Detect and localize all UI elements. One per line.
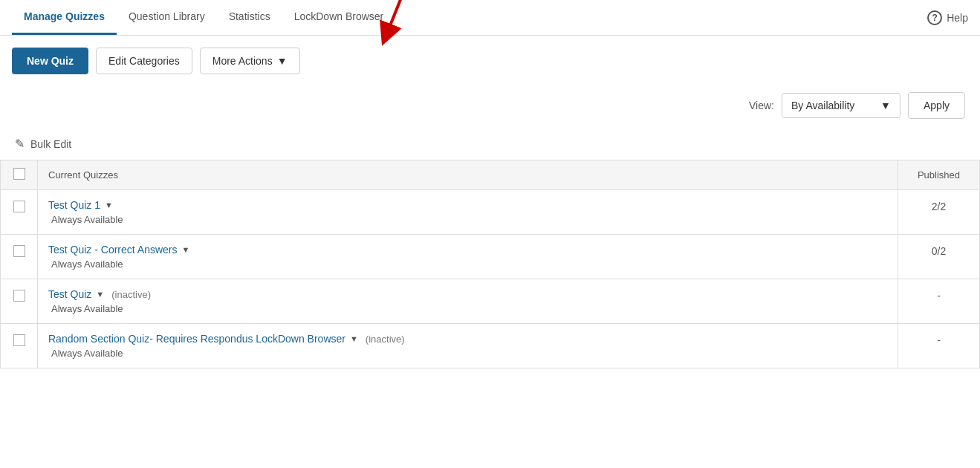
row-2-quiz-link[interactable]: Test Quiz - Correct Answers [48, 244, 178, 256]
row-4-inactive-label: (inactive) [366, 334, 405, 345]
more-actions-label: More Actions [212, 55, 273, 67]
table-row: Test Quiz ▼ (inactive) Always Available … [1, 279, 980, 324]
table-header-check [1, 160, 38, 190]
row-1-published: 2/2 [898, 190, 980, 235]
row-2-check-cell [1, 235, 38, 279]
tab-manage-quizzes[interactable]: Manage Quizzes [12, 0, 117, 35]
tab-lockdown-browser[interactable]: LockDown Browser [282, 0, 396, 35]
edit-categories-button[interactable]: Edit Categories [96, 48, 192, 74]
table-row: Test Quiz - Correct Answers ▼ Always Ava… [1, 235, 980, 279]
table-header-current-quizzes: Current Quizzes [38, 160, 898, 190]
row-4-content-cell: Random Section Quiz- Requires Respondus … [38, 324, 898, 368]
row-3-checkbox[interactable] [13, 290, 25, 302]
row-2-title-area: Test Quiz - Correct Answers ▼ [48, 244, 887, 256]
row-4-published: - [898, 324, 980, 368]
row-3-published: - [898, 279, 980, 324]
more-actions-button[interactable]: More Actions ▼ [200, 48, 300, 74]
row-4-quiz-link[interactable]: Random Section Quiz- Requires Respondus … [48, 333, 345, 345]
view-select-value: By Availability [791, 100, 854, 111]
view-controls: View: By Availability ▼ Apply [0, 86, 980, 131]
row-2-dropdown-chevron-icon[interactable]: ▼ [182, 245, 190, 254]
row-4-dropdown-chevron-icon[interactable]: ▼ [350, 334, 358, 343]
row-2-checkbox[interactable] [13, 245, 25, 257]
table-row: Random Section Quiz- Requires Respondus … [1, 324, 980, 368]
view-label: View: [749, 100, 774, 111]
row-2-availability: Always Available [48, 259, 887, 270]
row-4-title-area: Random Section Quiz- Requires Respondus … [48, 333, 887, 345]
table-row: Test Quiz 1 ▼ Always Available 2/2 [1, 190, 980, 235]
row-1-title-area: Test Quiz 1 ▼ [48, 199, 887, 211]
quiz-table: Current Quizzes Published Test Quiz 1 ▼ … [0, 160, 980, 368]
row-3-dropdown-chevron-icon[interactable]: ▼ [96, 290, 104, 299]
row-3-inactive-label: (inactive) [111, 289, 151, 300]
top-navigation: Manage Quizzes Question Library Statisti… [0, 0, 980, 36]
row-1-checkbox[interactable] [13, 201, 25, 212]
row-3-content-cell: Test Quiz ▼ (inactive) Always Available [38, 279, 898, 324]
row-4-checkbox[interactable] [13, 334, 25, 346]
new-quiz-button[interactable]: New Quiz [12, 48, 88, 74]
row-1-dropdown-chevron-icon[interactable]: ▼ [105, 201, 113, 209]
row-3-availability: Always Available [48, 303, 887, 314]
row-3-check-cell [1, 279, 38, 324]
toolbar: New Quiz Edit Categories More Actions ▼ [0, 36, 980, 86]
row-1-check-cell [1, 190, 38, 235]
help-icon: ? [927, 10, 942, 25]
row-2-content-cell: Test Quiz - Correct Answers ▼ Always Ava… [38, 235, 898, 279]
row-1-content-cell: Test Quiz 1 ▼ Always Available [38, 190, 898, 235]
help-button[interactable]: ? Help [927, 10, 968, 25]
help-label: Help [947, 12, 968, 24]
more-actions-chevron-icon: ▼ [277, 55, 288, 67]
row-4-availability: Always Available [48, 348, 887, 359]
row-1-availability: Always Available [48, 214, 887, 225]
view-select-dropdown[interactable]: By Availability ▼ [782, 93, 901, 118]
tab-statistics[interactable]: Statistics [217, 0, 282, 35]
pencil-icon: ✎ [15, 137, 25, 151]
row-3-quiz-link[interactable]: Test Quiz [48, 288, 91, 300]
bulk-edit-label: Bulk Edit [30, 138, 71, 150]
row-3-title-area: Test Quiz ▼ (inactive) [48, 288, 887, 300]
view-select-chevron-icon: ▼ [880, 100, 891, 111]
bulk-edit-bar: ✎ Bulk Edit [0, 131, 980, 160]
row-2-published: 0/2 [898, 235, 980, 279]
select-all-checkbox[interactable] [13, 168, 25, 180]
table-header-published: Published [898, 160, 980, 190]
apply-button[interactable]: Apply [908, 92, 965, 119]
row-4-check-cell [1, 324, 38, 368]
row-1-quiz-link[interactable]: Test Quiz 1 [48, 199, 100, 211]
tab-question-library[interactable]: Question Library [117, 0, 217, 35]
